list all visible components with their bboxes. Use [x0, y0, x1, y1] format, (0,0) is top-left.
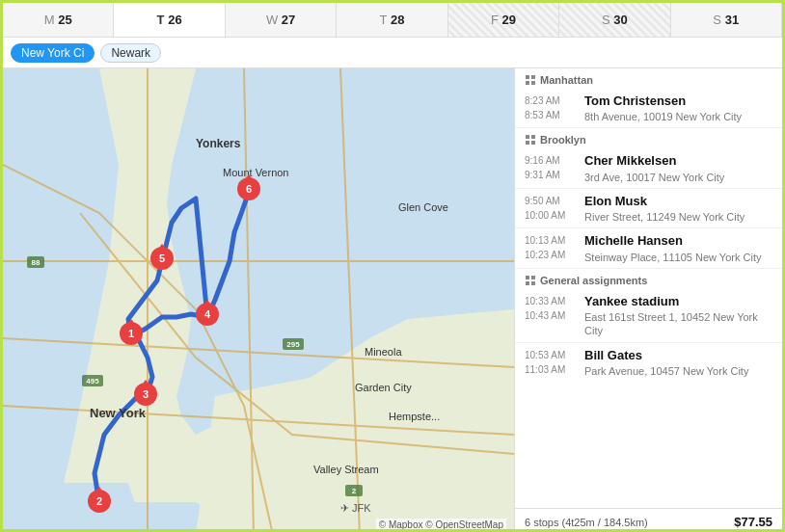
- section-title: Manhattan: [540, 74, 593, 86]
- stop-address: River Street, 11249 New York City: [584, 210, 772, 224]
- section-icon: [525, 134, 536, 146]
- stop-name: Michelle Hansen: [584, 232, 772, 250]
- subtab-newark[interactable]: Newark: [100, 43, 161, 63]
- svg-text:3: 3: [143, 388, 149, 400]
- day-tab-T28[interactable]: T 28: [337, 3, 447, 37]
- svg-text:5: 5: [159, 253, 165, 264]
- arrive-time: 9:16 AM: [525, 153, 581, 168]
- section-icon: [525, 275, 536, 286]
- day-tabs: M 25T 26W 27T 28F 29S 30S 31: [3, 3, 782, 38]
- stop-name: Tom Christensen: [584, 93, 772, 110]
- svg-text:Mineola: Mineola: [365, 346, 402, 358]
- day-label: M 25: [44, 13, 72, 27]
- depart-time: 11:03 AM: [525, 362, 581, 377]
- stop-address: East 161st Street 1, 10452 New York City: [584, 310, 772, 338]
- day-label: T 26: [157, 13, 182, 27]
- stop-info: Michelle Hansen Steinway Place, 11105 Ne…: [584, 232, 772, 263]
- svg-text:295: 295: [286, 340, 300, 349]
- day-tab-T26[interactable]: T 26: [114, 3, 225, 37]
- stop-info: Yankee stadium East 161st Street 1, 1045…: [584, 293, 772, 338]
- stop-name: Cher Mikkelsen: [584, 152, 772, 170]
- arrive-time: 10:33 AM: [525, 294, 581, 308]
- map-svg: 88 495 295 2 Yonkers Mount Vernon: [3, 68, 514, 532]
- depart-time: 10:23 AM: [525, 248, 581, 262]
- right-panel: Manhattan 8:23 AM 8:53 AM Tom Christense…: [514, 68, 782, 532]
- svg-rect-35: [531, 135, 535, 139]
- svg-text:2: 2: [96, 495, 102, 507]
- svg-text:New York: New York: [90, 406, 147, 420]
- day-tab-S31[interactable]: S 31: [671, 3, 782, 37]
- depart-time: 8:53 AM: [525, 108, 581, 122]
- stop-info: Cher Mikkelsen 3rd Ave, 10017 New York C…: [584, 152, 772, 183]
- svg-text:6: 6: [246, 183, 252, 195]
- stop-address: Steinway Place, 11105 New York City: [584, 251, 772, 264]
- map-area[interactable]: 88 495 295 2 Yonkers Mount Vernon: [3, 68, 514, 532]
- svg-rect-33: [531, 81, 535, 85]
- day-tab-F29[interactable]: F 29: [448, 3, 559, 37]
- stop-item[interactable]: 10:33 AM 10:43 AM Yankee stadium East 16…: [515, 289, 782, 343]
- stop-item[interactable]: 9:16 AM 9:31 AM Cher Mikkelsen 3rd Ave, …: [515, 148, 782, 188]
- stop-address: 8th Avenue, 10019 New York City: [584, 110, 772, 123]
- map-attribution: © Mapbox © OpenStreetMap: [376, 519, 506, 531]
- section-header: Manhattan: [515, 68, 782, 89]
- svg-rect-37: [531, 141, 535, 145]
- svg-rect-39: [531, 276, 535, 279]
- svg-rect-40: [526, 281, 529, 285]
- stop-times: 9:16 AM 9:31 AM: [525, 152, 581, 182]
- stop-address: Park Avenue, 10457 New York City: [584, 364, 772, 378]
- svg-text:Hempste...: Hempste...: [389, 411, 440, 422]
- svg-rect-32: [526, 81, 529, 85]
- svg-text:4: 4: [204, 308, 211, 320]
- stop-name: Yankee stadium: [584, 293, 772, 310]
- price-label: $77.55: [734, 515, 772, 529]
- panel-footer: 6 stops (4t25m / 184.5km) $77.55: [515, 508, 782, 532]
- svg-rect-30: [526, 75, 529, 79]
- stop-info: Elon Musk River Street, 11249 New York C…: [584, 193, 772, 224]
- day-label: S 30: [602, 13, 628, 27]
- svg-text:Valley Stream: Valley Stream: [313, 464, 379, 475]
- svg-text:88: 88: [32, 258, 41, 267]
- day-label: F 29: [491, 13, 516, 27]
- svg-text:Mount Vernon: Mount Vernon: [223, 167, 289, 178]
- main-content: 88 495 295 2 Yonkers Mount Vernon: [3, 68, 782, 532]
- stops-summary: 6 stops (4t25m / 184.5km): [525, 517, 648, 528]
- stop-item[interactable]: 10:53 AM 11:03 AM Bill Gates Park Avenue…: [515, 343, 782, 382]
- day-label: T 28: [380, 13, 405, 27]
- subtab-new-york-ci[interactable]: New York Ci: [11, 43, 95, 63]
- stop-info: Tom Christensen 8th Avenue, 10019 New Yo…: [584, 93, 772, 123]
- stop-name: Bill Gates: [584, 347, 772, 364]
- section-header: Brooklyn: [515, 128, 782, 148]
- section-header: General assignments: [515, 269, 782, 289]
- svg-text:Glen Cove: Glen Cove: [398, 201, 448, 213]
- arrive-time: 10:53 AM: [525, 348, 581, 362]
- arrive-time: 8:23 AM: [525, 93, 581, 108]
- svg-rect-38: [526, 276, 529, 279]
- app-container: M 25T 26W 27T 28F 29S 30S 31 New York Ci…: [3, 3, 782, 532]
- svg-text:1: 1: [128, 328, 134, 339]
- day-tab-W27[interactable]: W 27: [226, 3, 337, 37]
- stop-name: Elon Musk: [584, 193, 772, 210]
- svg-rect-36: [526, 141, 529, 145]
- stop-item[interactable]: 9:50 AM 10:00 AM Elon Musk River Street,…: [515, 189, 782, 228]
- day-tab-M25[interactable]: M 25: [3, 3, 114, 37]
- stop-item[interactable]: 10:13 AM 10:23 AM Michelle Hansen Steinw…: [515, 228, 782, 268]
- section-icon: [525, 74, 536, 86]
- svg-rect-41: [531, 281, 535, 285]
- day-label: S 31: [713, 13, 739, 27]
- svg-text:2: 2: [352, 487, 357, 495]
- arrive-time: 9:50 AM: [525, 194, 581, 208]
- stop-times: 10:33 AM 10:43 AM: [525, 293, 581, 323]
- stop-times: 9:50 AM 10:00 AM: [525, 193, 581, 223]
- day-tab-S30[interactable]: S 30: [559, 3, 670, 37]
- arrive-time: 10:13 AM: [525, 233, 581, 248]
- svg-text:✈ JFK: ✈ JFK: [340, 502, 371, 514]
- stop-item[interactable]: 8:23 AM 8:53 AM Tom Christensen 8th Aven…: [515, 89, 782, 128]
- subtabs-bar: New York CiNewark: [3, 38, 782, 68]
- svg-rect-31: [531, 75, 535, 79]
- depart-time: 10:43 AM: [525, 308, 581, 323]
- section-title: Brooklyn: [540, 134, 586, 146]
- day-label: W 27: [266, 13, 295, 27]
- stop-times: 10:53 AM 11:03 AM: [525, 347, 581, 377]
- svg-text:Garden City: Garden City: [355, 382, 412, 393]
- stop-address: 3rd Ave, 10017 New York City: [584, 171, 772, 184]
